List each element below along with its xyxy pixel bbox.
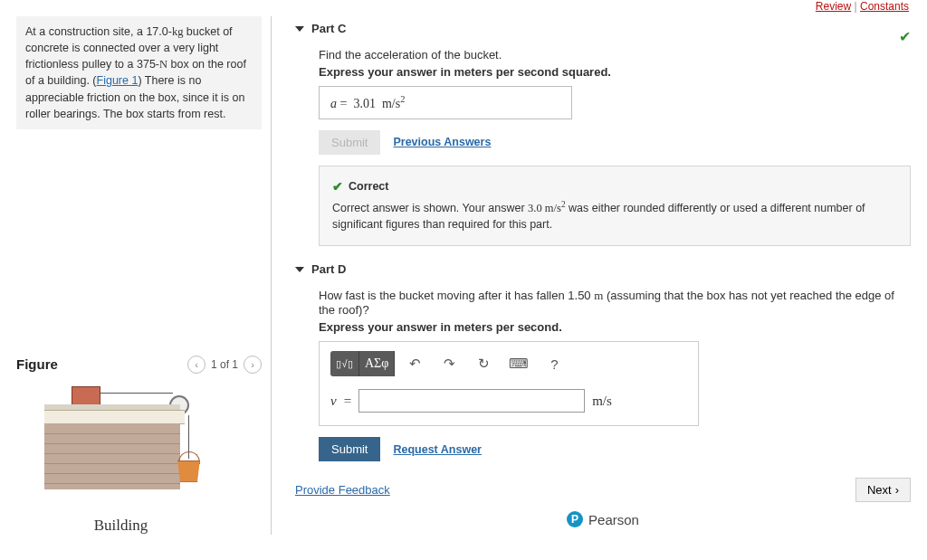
undo-button[interactable]: ↶	[400, 351, 429, 376]
provide-feedback-link[interactable]: Provide Feedback	[295, 483, 390, 497]
problem-statement: At a construction site, a 17.0-kg bucket…	[16, 16, 262, 129]
part-c-feedback: ✔Correct Correct answer is shown. Your a…	[319, 166, 911, 247]
part-d-instruction: Express your answer in meters per second…	[319, 320, 911, 334]
part-c-instruction: Express your answer in meters per second…	[319, 65, 911, 79]
review-link[interactable]: Review	[816, 0, 851, 13]
help-button[interactable]: ?	[540, 351, 569, 376]
building-label: Building	[0, 517, 262, 535]
top-sep: |	[855, 0, 857, 13]
figure-title: Figure	[16, 356, 187, 372]
part-d-answer-input[interactable]	[358, 389, 585, 413]
pearson-brand: Pearson	[588, 512, 639, 527]
part-c-previous-answers-link[interactable]: Previous Answers	[393, 136, 491, 148]
redo-button[interactable]: ↷	[435, 351, 464, 376]
part-c-prompt: Find the acceleration of the bucket.	[319, 48, 911, 62]
chevron-right-icon: ›	[895, 483, 899, 497]
part-d-input-panel: ▯√▯ ΑΣφ ↶ ↷ ↻ ⌨ ? v = m/s	[319, 341, 699, 426]
part-d-header[interactable]: Part D	[295, 262, 911, 276]
reset-button[interactable]: ↻	[469, 351, 498, 376]
check-icon: ✔	[332, 177, 343, 195]
part-d-submit-button[interactable]: Submit	[319, 437, 380, 461]
part-c-correct-icon: ✔	[899, 28, 911, 45]
keyboard-button[interactable]: ⌨	[503, 351, 534, 376]
part-c-submit-button: Submit	[319, 130, 380, 155]
figure-pager: 1 of 1	[211, 358, 238, 371]
figure-1-link[interactable]: Figure 1	[97, 74, 139, 87]
next-button[interactable]: Next›	[855, 478, 911, 502]
part-d-unit: m/s	[592, 394, 612, 409]
templates-button[interactable]: ▯√▯	[330, 351, 359, 376]
request-answer-link[interactable]: Request Answer	[393, 443, 481, 456]
part-d-variable: v	[330, 394, 337, 409]
equals-sign: =	[344, 394, 351, 409]
caret-down-icon	[295, 267, 304, 272]
figure-image	[44, 386, 234, 513]
constants-link[interactable]: Constants	[860, 0, 909, 13]
figure-next-button[interactable]: ›	[244, 356, 262, 374]
part-c-header[interactable]: Part C	[295, 22, 911, 35]
part-d-prompt: How fast is the bucket moving after it h…	[319, 289, 911, 317]
figure-prev-button[interactable]: ‹	[187, 356, 205, 374]
pearson-logo-icon: P	[567, 511, 583, 527]
part-c-answer-display: a = 3.01 m/s2	[319, 86, 572, 119]
caret-down-icon	[295, 26, 304, 32]
greek-button[interactable]: ΑΣφ	[359, 351, 395, 376]
